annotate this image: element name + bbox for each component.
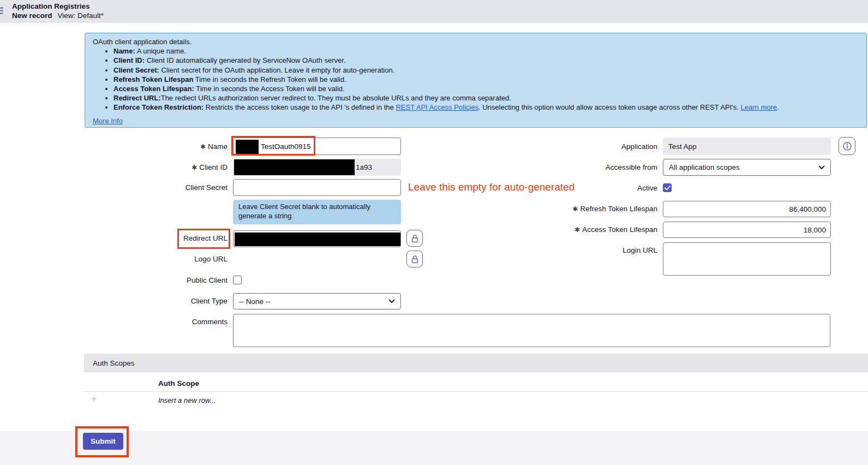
info-bullet-redirect-url: Redirect URL:The rediect URLs authorizat… <box>113 93 859 103</box>
name-value: TestOauth0915 <box>261 142 311 151</box>
info-icon <box>842 141 852 151</box>
login-url-textarea[interactable] <box>663 242 831 276</box>
comments-textarea[interactable] <box>233 314 830 347</box>
auth-scopes-section-header: Auth Scopes <box>84 354 868 372</box>
client-secret-input[interactable] <box>233 179 401 196</box>
info-bullet-name: Name: A unique name. <box>113 46 859 56</box>
name-label: ✱Name <box>82 142 228 151</box>
name-redaction <box>236 140 259 154</box>
application-label: Application <box>513 142 657 151</box>
login-url-label: Login URL <box>513 246 657 254</box>
more-info-link[interactable]: More Info <box>93 116 123 126</box>
auth-scope-column-header: Auth Scope <box>158 379 199 388</box>
refresh-token-lifespan-label: ✱Refresh Token Lifespan <box>513 205 657 213</box>
application-value: Test App <box>668 142 697 151</box>
info-intro: OAuth client application details. <box>93 37 859 46</box>
name-input[interactable]: TestOauth0915 <box>233 138 401 155</box>
client-id-field: 1a93 <box>233 159 401 176</box>
info-bullet-access-token: Access Token Lifespan: Time in seconds t… <box>113 84 859 93</box>
accessible-from-select[interactable]: All application scopes <box>663 159 831 176</box>
client-id-redaction <box>234 159 355 175</box>
accessible-from-value: All application scopes <box>669 163 740 171</box>
submit-button[interactable]: Submit <box>83 433 123 450</box>
client-type-value: -- None -- <box>239 297 271 306</box>
info-bullet-refresh-token: Refresh Token Lifespan Time in seconds t… <box>113 75 859 84</box>
menu-icon[interactable] <box>0 7 3 15</box>
info-bullet-enforce-token: Enforce Token Restriction: Restricts the… <box>113 103 859 112</box>
logo-url-lock-button[interactable] <box>406 251 423 267</box>
insert-new-row[interactable]: Insert a new row... <box>158 396 216 404</box>
comments-label: Comments <box>82 318 228 326</box>
client-type-select[interactable]: -- None -- <box>233 293 401 309</box>
redirect-url-input[interactable] <box>233 230 401 247</box>
refresh-token-lifespan-input[interactable] <box>663 201 831 217</box>
redirect-url-lock-button[interactable] <box>406 230 423 247</box>
application-registries-page: Application Registries New recordView: D… <box>0 0 868 465</box>
auth-scopes-divider <box>84 391 868 392</box>
record-subtitle: New recordView: Default* <box>12 11 104 20</box>
redirect-url-redaction <box>235 233 400 246</box>
page-title: Application Registries <box>12 2 90 10</box>
public-client-checkbox[interactable] <box>233 276 242 284</box>
unlock-icon <box>411 255 419 264</box>
learn-more-link[interactable]: Learn more <box>741 103 777 111</box>
public-client-label: Public Client <box>82 276 228 284</box>
application-info-button[interactable] <box>839 137 855 155</box>
active-checkbox[interactable] <box>663 183 672 192</box>
access-token-lifespan-label: ✱Access Token Lifespan <box>513 225 657 234</box>
record-name: New record <box>12 11 52 20</box>
client-type-label: Client Type <box>82 297 228 305</box>
application-field: Test App <box>663 138 831 155</box>
unlock-icon <box>411 234 419 243</box>
page-header: Application Registries New recordView: D… <box>0 0 868 23</box>
client-id-value: 1a93 <box>356 163 372 171</box>
client-secret-label: Client Secret <box>82 183 228 192</box>
access-token-lifespan-input[interactable] <box>663 222 831 238</box>
client-id-label: ✱Client ID <box>82 163 228 171</box>
logo-url-label: Logo URL <box>82 255 228 263</box>
form-footer <box>0 431 868 465</box>
client-secret-hint: Leave Client Secret blank to automatical… <box>233 200 401 224</box>
annotation-note-client-secret: Leave this empty for auto-generated <box>408 181 574 193</box>
insert-row-plus-icon[interactable]: + <box>91 394 97 404</box>
info-bullet-list: Name: A unique name. Client ID: Client I… <box>93 46 859 112</box>
chevron-down-icon <box>388 299 395 303</box>
accessible-from-label: Accessible from <box>513 163 657 171</box>
view-label: View: Default* <box>58 11 104 20</box>
redirect-url-label: Redirect URL <box>82 234 228 242</box>
info-bullet-client-id: Client ID: Client ID automatically gener… <box>113 56 859 65</box>
info-bullet-client-secret: Client Secret: Client secret for the OAu… <box>113 65 859 75</box>
oauth-info-box: OAuth client application details. Name: … <box>85 33 867 128</box>
checkmark-icon <box>665 186 671 190</box>
rest-api-access-policies-link[interactable]: REST API Access Policies <box>396 103 478 111</box>
chevron-down-icon <box>818 165 825 170</box>
